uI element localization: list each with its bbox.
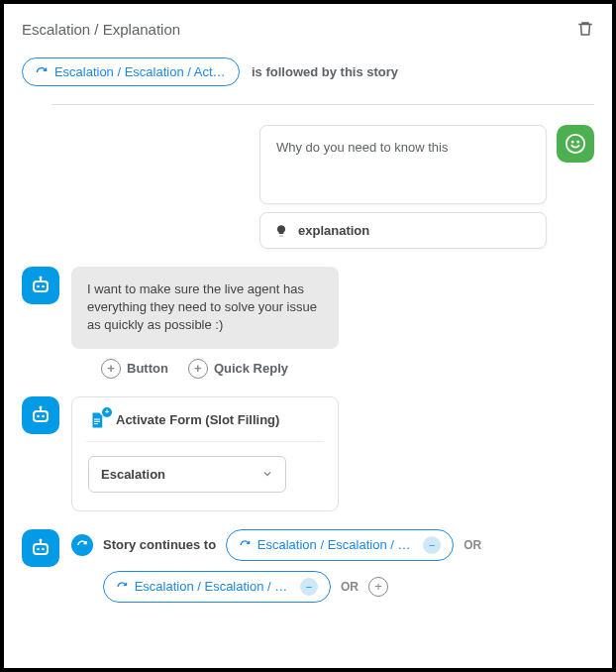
svg-rect-13 xyxy=(94,418,100,419)
user-message-text: Why do you need to know this xyxy=(276,140,448,155)
svg-rect-16 xyxy=(34,544,48,554)
or-separator: OR xyxy=(341,580,359,594)
svg-rect-14 xyxy=(94,420,100,421)
page-title: Escalation / Explanation xyxy=(22,21,180,38)
delete-icon[interactable] xyxy=(576,20,594,38)
add-quick-reply-action[interactable]: + Quick Reply xyxy=(188,359,288,379)
svg-rect-15 xyxy=(94,423,98,424)
add-continuation-button[interactable]: + xyxy=(368,577,388,597)
preceding-story-chip[interactable]: Escalation / Escalation / Acti… xyxy=(22,57,240,86)
continue-label: Story continues to xyxy=(103,537,216,552)
remove-chip-icon[interactable]: − xyxy=(423,536,441,554)
svg-point-10 xyxy=(42,414,45,417)
svg-point-7 xyxy=(40,277,43,280)
bot-avatar-icon xyxy=(22,529,59,567)
continue-chip-1[interactable]: Escalation / Escalation / Can… − xyxy=(103,571,331,603)
bot-message-text: I want to make sure the live agent has e… xyxy=(87,281,317,332)
followed-by-text: is followed by this story xyxy=(252,64,398,79)
continue-chip-0-label: Escalation / Escalation / Sub… xyxy=(257,537,417,552)
plus-circle-icon: + xyxy=(101,359,121,379)
or-separator: OR xyxy=(463,538,481,552)
redo-arrow-icon xyxy=(116,580,129,594)
redo-arrow-icon xyxy=(35,65,49,79)
divider xyxy=(51,104,594,105)
svg-point-0 xyxy=(566,135,584,153)
form-title: Activate Form (Slot Filling) xyxy=(116,412,279,427)
add-quick-reply-label: Quick Reply xyxy=(214,361,288,376)
bot-avatar-icon xyxy=(22,396,59,434)
add-button-label: Button xyxy=(127,361,168,376)
svg-point-5 xyxy=(42,285,45,288)
remove-chip-icon[interactable]: − xyxy=(300,578,318,596)
svg-point-1 xyxy=(571,141,574,144)
form-card: + Activate Form (Slot Filling) Escalatio… xyxy=(71,396,339,511)
intent-pill[interactable]: explanation xyxy=(259,212,547,249)
svg-point-18 xyxy=(42,547,45,550)
svg-point-4 xyxy=(37,285,40,288)
continue-arrow-icon xyxy=(71,534,93,556)
svg-point-2 xyxy=(576,141,579,144)
chevron-down-icon xyxy=(261,468,273,480)
svg-point-12 xyxy=(40,405,43,408)
divider xyxy=(86,441,324,442)
plus-circle-icon: + xyxy=(188,359,208,379)
form-select[interactable]: Escalation xyxy=(88,456,286,493)
continue-chip-0[interactable]: Escalation / Escalation / Sub… − xyxy=(226,529,454,561)
svg-point-17 xyxy=(37,547,40,550)
redo-arrow-icon xyxy=(239,538,252,552)
intent-label: explanation xyxy=(298,223,369,238)
user-avatar-icon xyxy=(557,125,594,163)
file-icon: + xyxy=(88,411,106,429)
form-select-value: Escalation xyxy=(101,467,165,482)
svg-point-20 xyxy=(40,538,43,541)
bot-message-bubble[interactable]: I want to make sure the live agent has e… xyxy=(71,267,339,349)
add-button-action[interactable]: + Button xyxy=(101,359,168,379)
lightbulb-icon xyxy=(274,224,288,238)
bot-avatar-icon xyxy=(22,267,59,304)
svg-rect-3 xyxy=(34,281,48,291)
preceding-story-label: Escalation / Escalation / Acti… xyxy=(54,64,227,79)
svg-point-9 xyxy=(37,414,40,417)
continue-chip-1-label: Escalation / Escalation / Can… xyxy=(135,579,294,594)
svg-rect-8 xyxy=(34,411,48,421)
user-message-bubble[interactable]: Why do you need to know this xyxy=(259,125,547,204)
